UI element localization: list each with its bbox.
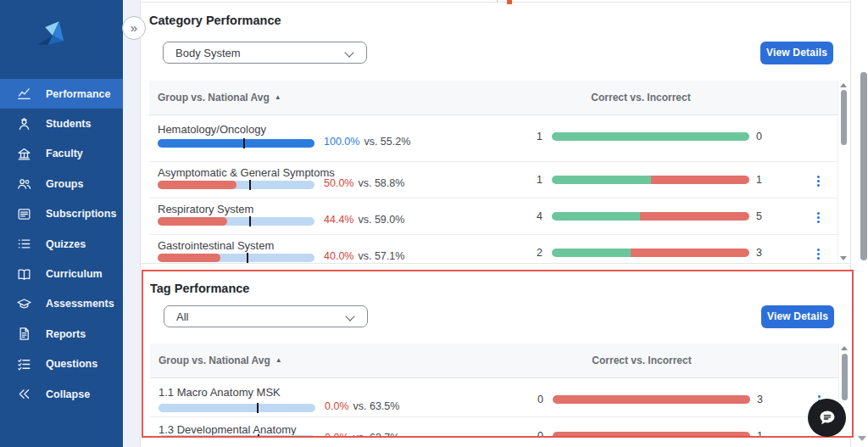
group-vs-national-bar [159, 404, 315, 412]
top-divider [141, 2, 850, 3]
scroll-up-icon[interactable] [840, 83, 847, 87]
national-avg-marker [249, 216, 251, 226]
tag-filter-select[interactable]: All [164, 305, 368, 327]
table-header-row: Group vs. National Avg▲Correct vs. Incor… [150, 344, 850, 378]
sidebar-item-subscriptions[interactable]: Subscriptions [0, 199, 123, 229]
group-percent: 0.0% [325, 432, 349, 438]
sidebar-item-quizzes[interactable]: Quizzes [0, 229, 123, 259]
scroll-up-icon[interactable] [841, 346, 848, 350]
table-row: 1.1 Macro Anatomy MSK0.0%vs. 63.5%03 [150, 378, 850, 417]
list-icon [16, 236, 32, 252]
category-performance-table: Group vs. National Avg▲Correct vs. Incor… [149, 81, 849, 264]
book-icon [16, 266, 32, 282]
page-scroll-down-icon[interactable] [858, 436, 866, 441]
chevrons-left-icon [16, 386, 32, 402]
sidebar-item-assessments[interactable]: Assessments [0, 289, 123, 319]
correct-bar-segment [552, 176, 651, 184]
column-header-group-vs-national-avg[interactable]: Group vs. National Avg▲ [158, 92, 281, 103]
correct-bar-segment [552, 212, 640, 221]
checklist-icon [16, 356, 32, 372]
incorrect-count: 0 [756, 132, 762, 142]
national-percent: vs. 57.1% [358, 250, 404, 262]
sidebar-item-reports[interactable]: Reports [0, 319, 123, 349]
scroll-down-icon[interactable] [840, 256, 847, 260]
table-scrollbar-thumb[interactable] [842, 354, 848, 400]
report-icon [16, 326, 32, 342]
table-scrollbar [837, 81, 849, 264]
column-header-group-vs-national-avg[interactable]: Group vs. National Avg▲ [159, 355, 282, 366]
correct-count: 1 [505, 132, 542, 142]
sidebar-item-collapse[interactable]: Collapse [0, 379, 123, 409]
incorrect-bar-segment [553, 395, 750, 404]
page-scrollbar-thumb[interactable] [860, 72, 867, 260]
category-filter-select[interactable]: Body System [163, 42, 367, 64]
chevron-down-icon [344, 47, 353, 57]
sidebar-item-students[interactable]: Students [0, 109, 123, 138]
table-row: Asymptomatic & General Symptoms50.0%vs. … [149, 162, 849, 198]
national-percent: vs. 58.8% [358, 177, 404, 189]
correct-bar-segment [552, 249, 631, 257]
group-vs-national-values: 40.0%vs. 57.1% [324, 250, 404, 262]
tag-performance-table: Group vs. National Avg▲Correct vs. Incor… [150, 344, 850, 438]
national-percent: vs. 59.0% [358, 214, 404, 226]
incorrect-bar-segment [553, 432, 750, 438]
people-icon [16, 176, 32, 192]
row-title: Respiratory System [158, 203, 253, 215]
correct-vs-incorrect-bar [553, 432, 750, 438]
sidebar-item-label: Performance [46, 88, 110, 100]
row-menu-kebab-icon[interactable] [815, 247, 821, 261]
sidebar: PerformanceStudentsFacultyGroupsSubscrip… [0, 0, 123, 447]
sidebar-item-label: Students [46, 118, 91, 130]
sidebar-item-questions[interactable]: Questions [0, 349, 123, 379]
graduation-cap-icon [16, 296, 32, 312]
category-view-details-button[interactable]: View Details [760, 42, 833, 64]
correct-count: 1 [505, 176, 542, 185]
table-scrollbar-thumb[interactable] [841, 90, 847, 145]
main-panel: Category Performance Body System View De… [140, 0, 851, 447]
sidebar-item-label: Collapse [46, 388, 90, 400]
tag-view-details-button[interactable]: View Details [761, 305, 834, 328]
chevron-down-icon [345, 311, 354, 321]
national-avg-marker [257, 403, 259, 413]
sidebar-item-curriculum[interactable]: Curriculum [0, 259, 123, 288]
correct-vs-incorrect-bar [552, 249, 749, 257]
national-avg-marker [243, 138, 245, 148]
sidebar-nav: PerformanceStudentsFacultyGroupsSubscrip… [0, 79, 123, 409]
group-vs-national-bar [159, 435, 315, 438]
sidebar-item-groups[interactable]: Groups [0, 169, 123, 198]
group-percent: 44.4% [324, 214, 353, 226]
sidebar-item-faculty[interactable]: Faculty [0, 139, 123, 169]
table-header-row: Group vs. National Avg▲Correct vs. Incor… [149, 81, 849, 115]
card-list-icon [16, 206, 32, 222]
content-gutter [123, 0, 140, 447]
sidebar-item-label: Reports [46, 328, 86, 340]
sidebar-item-label: Assessments [46, 298, 114, 310]
sidebar-item-performance[interactable]: Performance [0, 79, 123, 109]
group-percent: 0.0% [325, 400, 349, 412]
tag-performance-title: Tag Performance [150, 282, 249, 295]
group-bar-fill [158, 181, 236, 189]
sidebar-item-label: Groups [46, 178, 83, 190]
row-title: Gastrointestinal System [158, 239, 274, 252]
app-logo [32, 19, 73, 56]
top-orange-marker [507, 0, 512, 4]
correct-vs-incorrect-bar [552, 132, 749, 141]
national-percent: vs. 55.2% [364, 136, 410, 148]
correct-vs-incorrect-bar [552, 212, 749, 221]
category-performance-title: Category Performance [149, 14, 281, 27]
incorrect-bar-segment [631, 249, 749, 257]
correct-vs-incorrect-bar [553, 395, 750, 404]
national-percent: vs. 63.7% [353, 432, 400, 438]
group-bar-fill [158, 139, 314, 148]
group-vs-national-bar [158, 254, 314, 262]
section-divider [141, 263, 850, 264]
sidebar-item-label: Quizzes [46, 238, 86, 250]
row-menu-kebab-icon[interactable] [815, 210, 821, 225]
chat-button[interactable] [808, 399, 846, 437]
sidebar-item-label: Curriculum [46, 268, 103, 280]
row-menu-kebab-icon[interactable] [815, 174, 821, 188]
category-filter-value: Body System [175, 47, 241, 59]
group-vs-national-values: 100.0%vs. 55.2% [324, 136, 410, 148]
correct-count: 4 [505, 212, 542, 221]
expand-panel-button[interactable]: » [122, 16, 146, 40]
